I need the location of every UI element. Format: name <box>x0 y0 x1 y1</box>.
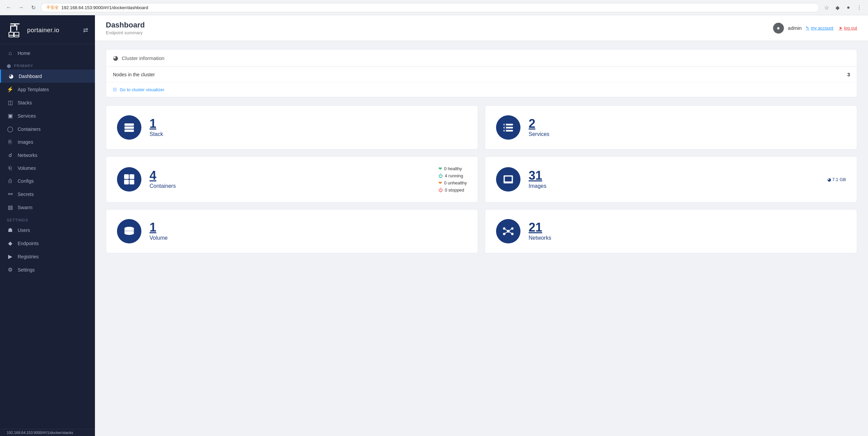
cards-grid: 1 Stack <box>106 105 857 253</box>
cluster-visualizer-link[interactable]: ☷ Go to cluster visualizer <box>106 82 857 97</box>
extensions-button[interactable]: ◆ <box>833 3 842 12</box>
cluster-icon: ◕ <box>113 54 118 62</box>
header-links: ✎ my account ➤ log out <box>806 25 857 31</box>
sidebar-item-images[interactable]: ⎘ Images <box>0 136 95 148</box>
endpoints-icon: ◆ <box>7 240 14 246</box>
main-content: Dashboard Endpoint summary ● admin ✎ my … <box>95 15 868 436</box>
home-icon: ⌂ <box>7 50 14 56</box>
log-out-link[interactable]: ➤ log out <box>839 25 857 31</box>
svg-rect-0 <box>10 23 20 24</box>
sidebar-item-services[interactable]: ▣ Services <box>0 109 95 122</box>
svg-line-37 <box>508 231 512 234</box>
security-warning: 不安全 <box>46 5 59 11</box>
volume-svg-icon <box>123 225 135 237</box>
sidebar-item-users[interactable]: ☗ Users <box>0 223 95 237</box>
svg-point-17 <box>505 130 506 132</box>
svg-rect-9 <box>124 123 134 126</box>
svg-rect-20 <box>124 180 129 184</box>
stack-count[interactable]: 1 <box>150 118 467 130</box>
cluster-info-header: ◕ Cluster information <box>106 49 857 67</box>
healthy-stat: ❤ 0 healthy <box>438 166 467 171</box>
sidebar-toggle-icon[interactable]: ⇄ <box>83 26 88 34</box>
header-title-group: Dashboard Endpoint summary <box>106 21 145 35</box>
containers-card-icon <box>117 167 141 192</box>
bookmarks-button[interactable]: ☆ <box>822 3 831 12</box>
logo-text: portainer.io <box>27 27 59 34</box>
sidebar-settings-label: Settings <box>18 267 35 273</box>
containers-count[interactable]: 4 <box>150 170 430 182</box>
sidebar-item-volumes[interactable]: ⎗ Volumes <box>0 162 95 175</box>
stack-card: 1 Stack <box>106 105 478 150</box>
networks-card-icon <box>496 219 520 243</box>
stopped-icon: ⏻ <box>438 187 443 193</box>
images-size: ◕ 7.1 GB <box>827 177 846 182</box>
images-card: 31 Images ◕ 7.1 GB <box>485 156 857 202</box>
cluster-nodes-count: 3 <box>847 72 850 77</box>
sidebar-item-home[interactable]: ⌂ Home <box>0 47 95 60</box>
svg-line-35 <box>508 229 512 231</box>
containers-card-info: 4 Containers <box>150 170 430 189</box>
volume-card-info: 1 Volume <box>150 221 467 241</box>
sidebar-item-stacks[interactable]: ◫ Stacks <box>0 96 95 109</box>
images-count[interactable]: 31 <box>529 170 819 182</box>
registries-icon: ▶ <box>7 253 14 260</box>
volume-count[interactable]: 1 <box>150 221 467 234</box>
reload-button[interactable]: ↻ <box>28 3 38 12</box>
images-card-icon <box>496 167 520 192</box>
disk-icon: ◕ <box>827 177 831 182</box>
containers-label: Containers <box>150 183 430 189</box>
stack-svg-icon <box>123 121 135 134</box>
running-icon: ⏻ <box>438 173 443 178</box>
stack-card-icon <box>117 115 141 140</box>
images-card-info: 31 Images <box>529 170 819 189</box>
main-header: Dashboard Endpoint summary ● admin ✎ my … <box>95 15 868 41</box>
healthy-label: 0 healthy <box>444 166 462 171</box>
sidebar-item-secrets[interactable]: ⚯ Secrets <box>0 187 95 201</box>
networks-label: Networks <box>529 235 846 241</box>
sidebar-dashboard-label: Dashboard <box>19 74 42 79</box>
services-icon: ▣ <box>7 113 14 119</box>
sidebar-item-configs[interactable]: ⎙ Configs <box>0 175 95 187</box>
networks-card: 21 Networks <box>485 209 857 253</box>
sidebar-item-containers[interactable]: ◯ Containers <box>0 122 95 136</box>
back-button[interactable]: ← <box>4 3 14 12</box>
services-count[interactable]: 2 <box>529 118 846 130</box>
app-templates-icon: ⚡ <box>7 86 14 93</box>
containers-svg-icon <box>123 173 135 185</box>
sidebar-item-networks[interactable]: ☌ Networks <box>0 148 95 162</box>
profile-button[interactable]: ● <box>844 3 853 12</box>
sidebar-item-settings[interactable]: ⚙ Settings <box>0 263 95 276</box>
services-label: Services <box>529 131 846 137</box>
svg-rect-21 <box>130 180 134 184</box>
cluster-nodes-row: Nodes in the cluster 3 <box>106 67 857 82</box>
images-label: Images <box>529 183 819 189</box>
sidebar-item-dashboard[interactable]: ◕ Dashboard <box>0 70 95 83</box>
unhealthy-icon: ❤ <box>438 180 442 185</box>
address-bar[interactable]: 不安全 192.168.64.153:9000/#!/1/docker/dash… <box>41 3 819 12</box>
sidebar-item-home-label: Home <box>18 51 30 56</box>
sidebar-item-app-templates[interactable]: ⚡ App Templates <box>0 83 95 96</box>
sidebar-services-label: Services <box>18 113 36 119</box>
volume-label: Volume <box>150 235 467 241</box>
sidebar-item-swarm[interactable]: ▤ Swarm <box>0 201 95 214</box>
svg-point-16 <box>505 127 506 128</box>
settings-icon: ⚙ <box>7 266 14 273</box>
svg-rect-19 <box>130 174 134 179</box>
status-bar-text: 192.168.64.153:9000/#!/1/docker/stacks <box>7 431 73 435</box>
sidebar-item-endpoints[interactable]: ◆ Endpoints <box>0 237 95 250</box>
running-label: 4 running <box>445 173 463 178</box>
sidebar-item-registries[interactable]: ▶ Registries <box>0 250 95 263</box>
containers-card: 4 Containers ❤ 0 healthy ⏻ 4 running <box>106 156 478 202</box>
containers-icon: ◯ <box>7 126 14 132</box>
header-user-section: ● admin ✎ my account ➤ log out <box>773 23 857 34</box>
networks-count[interactable]: 21 <box>529 221 846 234</box>
svg-line-36 <box>504 231 508 234</box>
app-container: portainer.io ⇄ ⌂ Home ⬤ PRIMARY ◕ Dashbo… <box>0 15 868 436</box>
sidebar-images-label: Images <box>18 139 33 145</box>
menu-button[interactable]: ⋮ <box>854 3 864 12</box>
secrets-icon: ⚯ <box>7 191 14 197</box>
my-account-link[interactable]: ✎ my account <box>806 25 833 31</box>
forward-button[interactable]: → <box>16 3 26 12</box>
networks-card-info: 21 Networks <box>529 221 846 241</box>
address-text: 192.168.64.153:9000/#!/1/docker/dashboar… <box>61 5 148 10</box>
